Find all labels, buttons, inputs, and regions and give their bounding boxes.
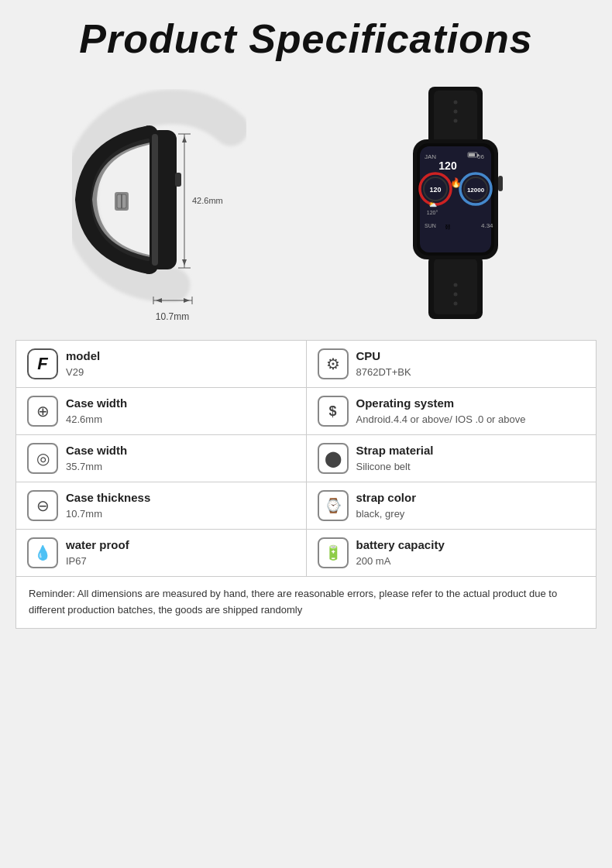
page: Product Specifications: [0, 0, 612, 868]
os-value: Android.4.4 or above/ IOS .0 or above: [356, 413, 526, 427]
svg-rect-18: [434, 91, 477, 145]
spec-cell-casewidth2: ◎ Case width 35.7mm: [16, 435, 307, 482]
spec-row-5: 💧 water proof IP67 🔋 battery capacity 20…: [16, 530, 597, 577]
model-value: V29: [66, 365, 100, 379]
svg-point-19: [453, 100, 457, 104]
model-icon: F: [27, 348, 58, 379]
os-label: Operating system: [356, 396, 526, 411]
case-width2-value: 35.7mm: [66, 460, 127, 474]
spec-row-4: ⊖ Case thickness 10.7mm ⌚ strap color bl…: [16, 482, 597, 530]
model-label: model: [66, 348, 100, 364]
spec-row-2: ⊕ Case width 42.6mm $ Operating system A…: [16, 388, 597, 435]
strap-material-icon: ⬤: [318, 443, 349, 474]
spec-row-1: F model V29 ⚙ CPU 8762DT+BK: [16, 341, 597, 388]
spec-cell-strap-color: ⌚ strap color black, grey: [306, 482, 597, 530]
svg-marker-10: [182, 259, 187, 266]
images-section: 42.6mm 10.7mm: [0, 69, 612, 332]
waterproof-value: IP67: [66, 554, 129, 568]
svg-point-21: [453, 118, 457, 122]
svg-text:12000: 12000: [466, 187, 484, 194]
waterproof-icon: 💧: [27, 537, 58, 568]
os-icon: $: [318, 396, 349, 427]
svg-text:⛅: ⛅: [428, 200, 437, 209]
reminder-section: Reminder: All dimensions are measured by…: [15, 577, 597, 629]
cpu-icon: ⚙: [318, 348, 349, 379]
case-thickness-value: 10.7mm: [66, 507, 150, 521]
svg-rect-2: [175, 173, 181, 187]
specs-table: F model V29 ⚙ CPU 8762DT+BK: [15, 340, 597, 577]
cpu-value: 8762DT+BK: [356, 365, 411, 379]
spec-cell-waterproof: 💧 water proof IP67: [16, 530, 307, 577]
case-width1-value: 42.6mm: [66, 413, 127, 427]
strap-material-label: Strap material: [356, 443, 434, 458]
spec-row-3: ◎ Case width 35.7mm ⬤ Strap material Sil…: [16, 435, 597, 482]
spec-cell-strap-material: ⬤ Strap material Silicone belt: [306, 435, 597, 482]
spec-cell-battery: 🔋 battery capacity 200 mA: [306, 530, 597, 577]
svg-rect-48: [498, 176, 503, 191]
case-width2-label: Case width: [66, 443, 127, 458]
svg-rect-33: [477, 154, 479, 156]
spec-cell-model: F model V29: [16, 341, 307, 388]
title-section: Product Specifications: [0, 0, 612, 69]
svg-point-25: [453, 292, 457, 296]
reminder-text: Reminder: All dimensions are measured by…: [29, 586, 583, 619]
strap-material-value: Silicone belt: [356, 460, 434, 474]
svg-text:SUN: SUN: [425, 223, 436, 228]
svg-text:🔥: 🔥: [449, 177, 461, 188]
svg-marker-9: [182, 136, 187, 142]
svg-text:JAN: JAN: [425, 153, 436, 160]
svg-marker-16: [184, 298, 190, 303]
spec-cell-thickness: ⊖ Case thickness 10.7mm: [16, 482, 307, 530]
strap-color-label: strap color: [356, 490, 417, 506]
case-thickness-label: Case thickness: [66, 490, 150, 506]
width-arrow: [150, 293, 196, 308]
spec-cell-casewidth1: ⊕ Case width 42.6mm: [16, 388, 307, 435]
waterproof-label: water proof: [66, 537, 129, 553]
svg-text:120: 120: [438, 160, 457, 172]
battery-value: 200 mA: [356, 554, 445, 568]
spec-cell-os: $ Operating system Android.4.4 or above/…: [306, 388, 597, 435]
watch-side-svg: 42.6mm: [72, 84, 273, 316]
battery-label: battery capacity: [356, 537, 445, 553]
cpu-label: CPU: [356, 348, 411, 364]
svg-point-26: [453, 301, 457, 305]
case-width-icon: ⊕: [27, 396, 58, 427]
svg-text:4.34: 4.34: [481, 222, 493, 229]
svg-rect-34: [469, 153, 475, 156]
svg-rect-1: [152, 134, 158, 266]
strap-color-icon: ⌚: [318, 490, 349, 521]
battery-icon: 🔋: [318, 537, 349, 568]
page-title: Product Specifications: [15, 17, 597, 61]
strap-color-value: black, grey: [356, 507, 417, 521]
case-thickness-icon: ⊖: [27, 490, 58, 521]
svg-text:⛓: ⛓: [445, 224, 451, 231]
svg-text:120: 120: [429, 186, 441, 194]
width-dimension: 10.7mm: [156, 311, 189, 322]
watch-side-view: 42.6mm 10.7mm: [72, 84, 273, 322]
svg-point-24: [453, 283, 457, 286]
spec-cell-cpu: ⚙ CPU 8762DT+BK: [306, 341, 597, 388]
svg-marker-15: [156, 298, 162, 303]
watch-front-svg: JAN 06 120 120: [370, 87, 541, 319]
case-width1-label: Case width: [66, 396, 127, 411]
svg-text:120°: 120°: [426, 210, 438, 215]
watch-front-view: JAN 06 120 120: [370, 87, 541, 319]
svg-point-20: [453, 109, 457, 113]
svg-text:42.6mm: 42.6mm: [192, 196, 223, 205]
case-width2-icon: ◎: [27, 443, 58, 474]
